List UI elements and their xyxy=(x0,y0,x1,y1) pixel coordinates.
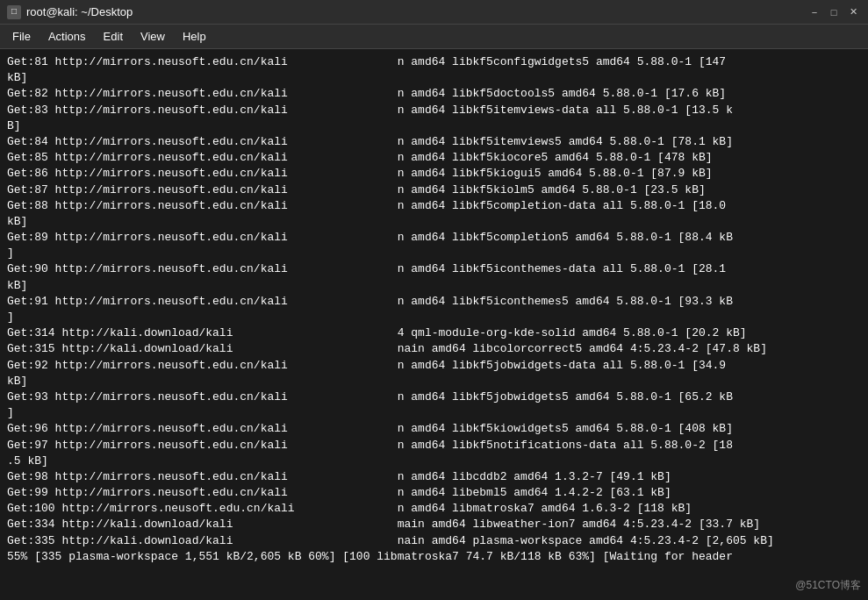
terminal-line: Get:87 http://mirrors.neusoft.edu.cn/kal… xyxy=(7,182,861,198)
terminal-line: Get:96 http://mirrors.neusoft.edu.cn/kal… xyxy=(7,421,861,437)
menu-file[interactable]: File xyxy=(4,26,39,46)
maximize-button[interactable]: □ xyxy=(826,4,842,20)
terminal-line: Get:315 http://kali.download/kali nain a… xyxy=(7,341,861,357)
terminal-window: □ root@kali: ~/Desktop − □ ✕ File Action… xyxy=(0,0,868,600)
close-button[interactable]: ✕ xyxy=(845,4,861,20)
terminal-line: ] xyxy=(7,405,861,421)
terminal-line: Get:90 http://mirrors.neusoft.edu.cn/kal… xyxy=(7,261,861,277)
terminal-line: Get:84 http://mirrors.neusoft.edu.cn/kal… xyxy=(7,134,861,150)
terminal-line: Get:82 http://mirrors.neusoft.edu.cn/kal… xyxy=(7,86,861,102)
terminal-line: ] xyxy=(7,310,861,325)
menu-edit[interactable]: Edit xyxy=(95,26,132,46)
terminal-line: Get:99 http://mirrors.neusoft.edu.cn/kal… xyxy=(7,485,861,501)
terminal-line: B] xyxy=(7,118,861,134)
terminal-line: Get:334 http://kali.download/kali main a… xyxy=(7,517,861,532)
terminal-line: Get:314 http://kali.download/kali 4 qml-… xyxy=(7,325,861,341)
menu-view[interactable]: View xyxy=(132,26,174,46)
minimize-button[interactable]: − xyxy=(807,4,822,20)
terminal-line: Get:335 http://kali.download/kali nain a… xyxy=(7,533,861,549)
terminal-line: 55% [335 plasma-workspace 1,551 kB/2,605… xyxy=(7,549,861,565)
terminal-line: kB] xyxy=(7,70,861,86)
terminal-line: kB] xyxy=(7,278,861,294)
terminal-line: kB] xyxy=(7,214,861,230)
terminal-line: Get:85 http://mirrors.neusoft.edu.cn/kal… xyxy=(7,150,861,166)
terminal-line: Get:88 http://mirrors.neusoft.edu.cn/kal… xyxy=(7,198,861,214)
terminal-line: Get:93 http://mirrors.neusoft.edu.cn/kal… xyxy=(7,389,861,405)
terminal-line: Get:83 http://mirrors.neusoft.edu.cn/kal… xyxy=(7,103,861,118)
title-bar: □ root@kali: ~/Desktop − □ ✕ xyxy=(0,0,868,25)
window-title: root@kali: ~/Desktop xyxy=(26,5,133,18)
terminal-line: Get:89 http://mirrors.neusoft.edu.cn/kal… xyxy=(7,230,861,246)
terminal-line: Get:91 http://mirrors.neusoft.edu.cn/kal… xyxy=(7,294,861,310)
terminal-line: ] xyxy=(7,246,861,261)
title-bar-left: □ root@kali: ~/Desktop xyxy=(7,5,133,19)
menu-bar: File Actions Edit View Help xyxy=(0,25,868,49)
menu-help[interactable]: Help xyxy=(174,26,215,46)
terminal-line: Get:98 http://mirrors.neusoft.edu.cn/kal… xyxy=(7,469,861,485)
menu-actions[interactable]: Actions xyxy=(39,26,95,46)
terminal-line: Get:97 http://mirrors.neusoft.edu.cn/kal… xyxy=(7,438,861,454)
terminal-line: .5 kB] xyxy=(7,454,861,469)
terminal-line: kB] xyxy=(7,374,861,389)
terminal-line: Get:92 http://mirrors.neusoft.edu.cn/kal… xyxy=(7,358,861,374)
terminal-line: Get:86 http://mirrors.neusoft.edu.cn/kal… xyxy=(7,166,861,182)
terminal-body[interactable]: Get:81 http://mirrors.neusoft.edu.cn/kal… xyxy=(0,49,868,600)
window-icon: □ xyxy=(7,5,21,19)
title-bar-controls: − □ ✕ xyxy=(807,4,861,20)
terminal-line: Get:81 http://mirrors.neusoft.edu.cn/kal… xyxy=(7,54,861,70)
terminal-line: Get:100 http://mirrors.neusoft.edu.cn/ka… xyxy=(7,501,861,517)
